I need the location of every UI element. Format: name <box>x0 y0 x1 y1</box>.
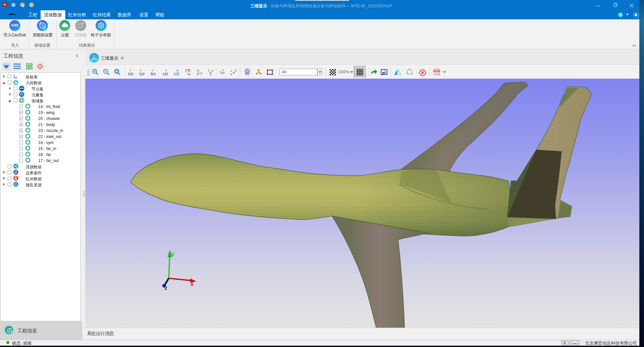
svg-text:x: x <box>152 72 153 75</box>
svg-text:Y: Y <box>187 69 189 73</box>
svg-text:z: z <box>15 76 16 78</box>
svg-text:z: z <box>185 69 187 73</box>
svg-text:x: x <box>16 76 17 78</box>
svg-text:z: z <box>210 73 211 76</box>
svg-text:z: z <box>174 72 175 75</box>
svg-text:z: z <box>131 72 132 75</box>
svg-text:x: x <box>189 73 190 76</box>
svg-text:Y: Y <box>208 69 210 72</box>
svg-text:Y: Y <box>130 69 132 72</box>
svg-text:z: z <box>162 72 164 75</box>
svg-text:x: x <box>128 72 130 75</box>
svg-text:x: x <box>212 69 213 72</box>
svg-text:Y: Y <box>235 69 237 72</box>
svg-text:x: x <box>201 71 202 74</box>
svg-text:Y: Y <box>165 69 167 72</box>
svg-text:Y: Y <box>140 69 142 72</box>
svg-text:y: y <box>171 251 174 257</box>
svg-text:z: z <box>219 70 221 73</box>
svg-text:x: x <box>165 72 166 75</box>
svg-text:Y: Y <box>152 69 154 72</box>
svg-text:Y: Y <box>13 74 15 76</box>
svg-text:z: z <box>141 72 142 75</box>
svg-text:Y: Y <box>196 69 198 72</box>
svg-text:x: x <box>190 281 194 287</box>
svg-text:X: X <box>176 69 178 72</box>
svg-text:Y: Y <box>176 72 178 75</box>
svg-text:z: z <box>230 69 232 72</box>
svg-text:x: x <box>230 73 232 76</box>
svg-text:z: z <box>164 285 167 291</box>
svg-text:x: x <box>223 71 225 74</box>
svg-text:z: z <box>197 73 198 76</box>
svg-text:z: z <box>154 72 156 75</box>
svg-text:x: x <box>143 72 145 75</box>
